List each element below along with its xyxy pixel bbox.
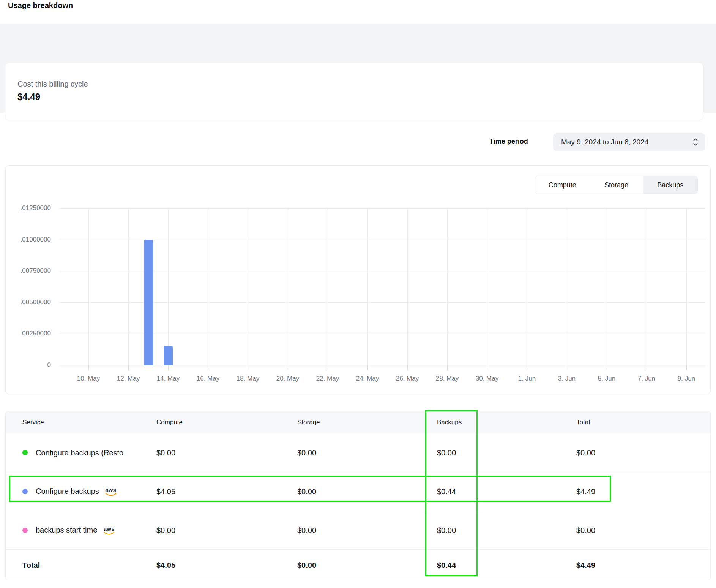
total-value: $4.49 (576, 487, 595, 496)
column-header-storage: Storage (297, 419, 320, 426)
y-axis-label: .00750000 (9, 267, 51, 275)
v-gridline (607, 208, 607, 365)
x-axis-label: 7. Jun (627, 375, 667, 383)
x-axis-tick (686, 365, 687, 370)
x-axis-tick (567, 365, 567, 370)
total-backups-value: $0.44 (437, 561, 456, 570)
v-gridline (248, 208, 248, 365)
x-axis-label: 22. May (308, 375, 348, 383)
x-axis-label: 9. Jun (667, 375, 707, 383)
service-name: Configure backups (Resto (36, 448, 123, 457)
x-axis-tick (328, 365, 328, 370)
v-gridline (88, 208, 89, 365)
v-gridline (686, 208, 687, 365)
v-gridline (647, 208, 647, 365)
v-gridline (367, 208, 368, 365)
v-gridline (527, 208, 527, 365)
y-axis-label: .01250000 (9, 204, 51, 212)
x-axis-tick (527, 365, 527, 370)
x-axis-tick (607, 365, 607, 370)
billing-cycle-cost-value: $4.49 (17, 92, 40, 102)
x-axis-tick (208, 365, 208, 370)
compute-value: $4.05 (156, 487, 175, 496)
table-row: backups start timeaws$0.00$0.00$0.00$0.0… (6, 511, 710, 550)
aws-logo-icon: aws (105, 487, 117, 496)
x-axis-label: 24. May (348, 375, 388, 383)
service-color-dot (22, 489, 28, 494)
service-cell: backups start timeaws (22, 526, 115, 535)
billing-cycle-cost-label: Cost this billing cycle (17, 80, 88, 89)
table-header-row: ServiceComputeStorageBackupsTotal (6, 411, 710, 433)
table-row: Configure backupsaws$4.05$0.00$0.44$4.49 (6, 472, 710, 511)
column-header-total: Total (576, 419, 590, 426)
h-gridline (59, 302, 705, 303)
x-axis-label: 18. May (228, 375, 268, 383)
v-gridline (208, 208, 208, 365)
x-axis-tick (647, 365, 647, 370)
x-axis-label: 28. May (427, 375, 467, 383)
x-axis-label: 5. Jun (587, 375, 627, 383)
total-value: $0.00 (576, 526, 595, 534)
usage-bar-chart: .01250000.01000000.00750000.00500000.002… (6, 166, 710, 394)
x-axis-tick (128, 365, 129, 370)
billing-cycle-cost-card: Cost this billing cycle $4.49 (5, 63, 703, 120)
x-axis-tick (447, 365, 448, 370)
h-gridline (59, 208, 705, 209)
storage-value: $0.00 (297, 448, 316, 457)
y-axis-label: .01000000 (9, 236, 51, 243)
x-axis-tick (367, 365, 368, 370)
x-axis-label: 16. May (188, 375, 228, 383)
v-gridline (447, 208, 448, 365)
billing-summary-band: Cost this billing cycle $4.49 (0, 24, 716, 113)
total-total-value: $4.49 (576, 561, 595, 570)
v-gridline (128, 208, 129, 365)
chart-bar-14-may[interactable] (164, 346, 173, 365)
v-gridline (328, 208, 328, 365)
x-axis-tick (248, 365, 248, 370)
page-title: Usage breakdown (8, 1, 73, 10)
v-gridline (168, 208, 169, 365)
total-value: $0.00 (576, 448, 595, 457)
x-axis-label: 12. May (109, 375, 148, 383)
backups-value: $0.00 (437, 526, 456, 534)
total-compute-value: $4.05 (156, 561, 175, 570)
usage-breakdown-page: Usage breakdown Cost this billing cycle … (0, 0, 716, 588)
total-row-label: Total (22, 561, 40, 570)
h-gridline (59, 271, 705, 271)
h-gridline (59, 334, 705, 334)
x-axis-label: 26. May (388, 375, 427, 383)
column-header-service: Service (22, 419, 44, 426)
service-color-dot (22, 528, 28, 533)
v-gridline (288, 208, 288, 365)
storage-value: $0.00 (297, 526, 316, 534)
x-axis-tick (88, 365, 89, 370)
y-axis-label: 0 (9, 361, 51, 369)
column-header-compute: Compute (156, 419, 183, 426)
x-axis-label: 30. May (467, 375, 507, 383)
backups-value: $0.00 (437, 448, 456, 457)
compute-value: $0.00 (156, 448, 175, 457)
h-gridline (59, 240, 705, 240)
h-gridline (59, 365, 705, 365)
aws-logo-icon: aws (103, 526, 115, 535)
v-gridline (407, 208, 408, 365)
usage-chart-card: ComputeStorageBackups .01250000.01000000… (5, 165, 711, 394)
time-period-select[interactable]: May 9, 2024 to Jun 8, 2024 (553, 133, 705, 151)
y-axis-label: .00500000 (9, 299, 51, 306)
storage-value: $0.00 (297, 487, 316, 496)
backups-value: $0.44 (437, 487, 456, 496)
time-period-value: May 9, 2024 to Jun 8, 2024 (561, 138, 648, 146)
total-storage-value: $0.00 (297, 561, 316, 570)
x-axis-tick (407, 365, 408, 370)
chart-bar-13-may[interactable] (144, 240, 153, 365)
x-axis-label: 20. May (268, 375, 308, 383)
service-cell: Configure backupsaws (22, 487, 117, 496)
x-axis-label: 1. Jun (507, 375, 547, 383)
compute-value: $0.00 (156, 526, 175, 534)
service-name: backups start time (36, 526, 97, 534)
v-gridline (567, 208, 567, 365)
service-name: Configure backups (36, 487, 99, 496)
x-axis-tick (487, 365, 487, 370)
time-period-label: Time period (489, 138, 528, 145)
x-axis-tick (288, 365, 288, 370)
